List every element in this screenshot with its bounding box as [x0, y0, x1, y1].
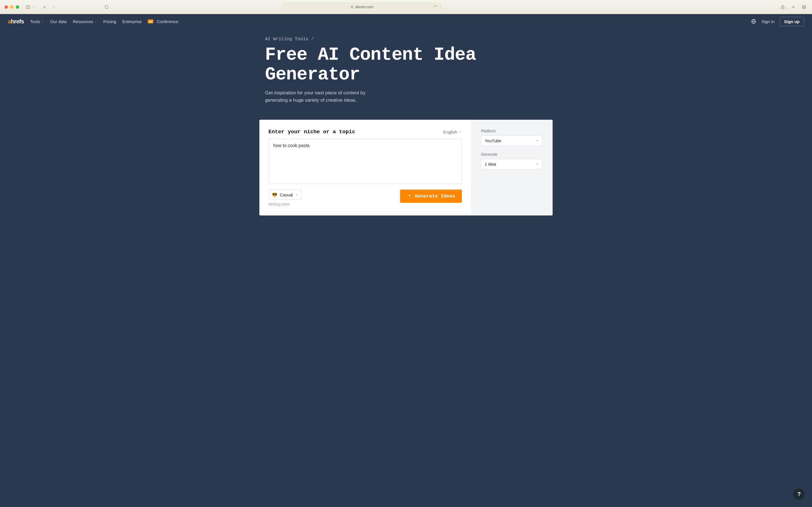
platform-select[interactable]: YouTube [481, 135, 543, 146]
top-nav: ahrefs Tools Our data Resources Pricing … [0, 14, 812, 29]
nav-item-conference[interactable]: ae Conference [148, 19, 179, 24]
forward-button[interactable] [50, 4, 57, 10]
sign-in-link[interactable]: Sign in [762, 19, 774, 24]
breadcrumb-parent[interactable]: AI Writing Tools [265, 37, 308, 42]
sparkle-icon [407, 194, 412, 199]
logo-rest: hrefs [11, 18, 24, 24]
address-bar[interactable]: ahrefs.com [283, 3, 441, 11]
lock-icon [350, 5, 354, 8]
nav-item-pricing[interactable]: Pricing [103, 19, 116, 24]
generate-button-label: Generate Ideas [415, 193, 455, 199]
chevron-down-icon [536, 163, 539, 166]
conference-badge-icon: ae [148, 19, 153, 23]
svg-rect-6 [803, 6, 806, 8]
generate-count-label: Generate [481, 152, 543, 157]
tabs-overview-icon[interactable] [801, 4, 808, 10]
language-value: English [443, 129, 457, 134]
nav-item-our-data[interactable]: Our data [50, 19, 66, 24]
chevron-down-icon [295, 193, 298, 196]
page-title: Free AI Content Idea Generator [265, 45, 547, 85]
topic-input[interactable] [268, 139, 462, 184]
nav-item-label: Tools [30, 19, 40, 24]
topic-label: Enter your niche or a topic [268, 129, 355, 135]
share-icon[interactable] [779, 4, 786, 10]
generate-count-select[interactable]: 1 idea [481, 159, 543, 169]
svg-rect-2 [351, 7, 353, 8]
breadcrumb: AI Writing Tools / [265, 37, 547, 42]
address-bar-host: ahrefs.com [355, 5, 373, 9]
nav-item-label: Conference [156, 19, 179, 24]
nav-item-label: Enterprise [122, 19, 142, 24]
chevron-down-icon[interactable] [32, 4, 36, 10]
logo-a: a [8, 18, 11, 24]
window-minimize[interactable] [10, 5, 13, 9]
card-side: Platform YouTube Generate 1 idea [471, 120, 553, 216]
nav-item-label: Resources [73, 19, 93, 24]
chevron-down-icon [536, 139, 539, 142]
platform-label: Platform [481, 129, 543, 133]
globe-icon[interactable] [751, 18, 756, 24]
language-select[interactable]: English [443, 129, 462, 134]
back-button[interactable] [41, 4, 48, 10]
traffic-lights [4, 5, 19, 9]
hero: AI Writing Tools / Free AI Content Idea … [259, 29, 553, 112]
tone-emoji-icon: 😎 [272, 192, 277, 197]
breadcrumb-sep: / [308, 37, 314, 42]
nav-item-tools[interactable]: Tools [30, 19, 44, 24]
chevron-down-icon [42, 20, 44, 23]
page-body: ahrefs Tools Our data Resources Pricing … [0, 14, 812, 507]
chevron-down-icon [459, 130, 462, 133]
generate-count-value: 1 idea [485, 162, 496, 166]
svg-rect-0 [27, 5, 30, 8]
window-close[interactable] [4, 5, 8, 9]
nav-links: Tools Our data Resources Pricing Enterpr… [30, 19, 179, 24]
tone-select[interactable]: 😎 Casual [268, 189, 302, 200]
tone-caption: Writing tone [268, 202, 302, 207]
nav-item-resources[interactable]: Resources [73, 19, 97, 24]
platform-value: YouTube [485, 138, 501, 143]
tone-value: Casual [280, 192, 293, 197]
nav-item-label: Our data [50, 19, 66, 24]
reload-icon[interactable] [432, 4, 439, 10]
page-subtitle: Get inspiration for your next piece of c… [265, 89, 384, 104]
nav-item-label: Pricing [103, 19, 116, 24]
card-main: Enter your niche or a topic English 😎 Ca… [259, 120, 471, 216]
shield-icon[interactable] [103, 4, 110, 10]
chevron-down-icon [94, 20, 97, 23]
nav-item-enterprise[interactable]: Enterprise [122, 19, 142, 24]
sign-up-button[interactable]: Sign up [779, 17, 804, 26]
logo[interactable]: ahrefs [8, 18, 24, 25]
window-zoom[interactable] [16, 5, 19, 9]
help-icon: ? [797, 491, 801, 497]
help-button[interactable]: ? [794, 489, 805, 500]
generator-card: Enter your niche or a topic English 😎 Ca… [259, 120, 553, 216]
generate-button[interactable]: Generate Ideas [400, 189, 462, 203]
svg-rect-7 [803, 5, 805, 8]
browser-chrome: ahrefs.com [0, 0, 812, 14]
sidebar-toggle-icon[interactable] [25, 4, 32, 10]
new-tab-icon[interactable] [790, 4, 797, 10]
